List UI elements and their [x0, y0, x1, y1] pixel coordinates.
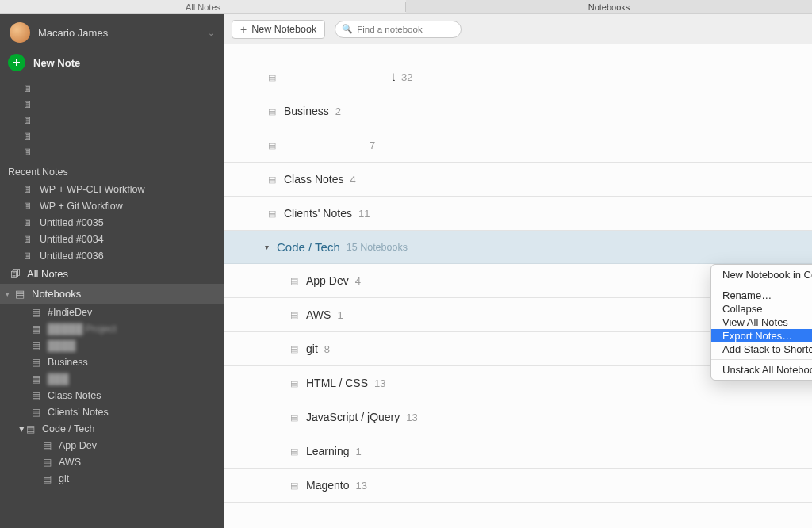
shortcut-item[interactable]: 🗏: [0, 144, 224, 160]
recent-note[interactable]: 🗏WP + WP-CLI Workflow: [0, 181, 224, 197]
plus-icon: +: [240, 23, 247, 36]
search-icon: 🔍: [342, 24, 353, 34]
ctx-view-all-notes[interactable]: View All Notes: [711, 316, 812, 329]
top-tabs: All Notes Notebooks: [0, 0, 812, 14]
separator: [711, 285, 812, 285]
note-icon: 🗏: [22, 147, 33, 158]
tab-notebooks[interactable]: Notebooks: [406, 0, 812, 13]
shortcut-item[interactable]: 🗏: [0, 113, 224, 128]
new-notebook-button[interactable]: + New Notebook: [232, 20, 325, 39]
sidebar: Macario James ⌄ + New Note 🗏 🗏 🗏 🗏 🗏 Rec…: [0, 14, 224, 528]
sidebar-notebook[interactable]: ▤███: [0, 370, 224, 387]
notebook-icon: ▤: [30, 373, 41, 385]
notebook-icon: ▤: [290, 378, 298, 388]
note-icon: 🗏: [22, 234, 33, 245]
stack-row-codetech[interactable]: ▾ Code / Tech 15 Notebooks: [224, 231, 812, 264]
notebook-icon: ▤: [290, 276, 298, 286]
ctx-unstack-all[interactable]: Unstack All Notebooks…: [711, 363, 812, 377]
nav-all-notes[interactable]: 🗐All Notes: [0, 264, 224, 284]
notebooks-panel: + New Notebook 🔍 ▤ t 32 ▤Business2 ▤7 ▤C…: [224, 14, 812, 528]
notebook-icon: ▤: [268, 140, 276, 151]
note-icon: 🗏: [22, 201, 33, 212]
search-box[interactable]: 🔍: [335, 21, 462, 38]
sidebar-notebook[interactable]: ▤git: [0, 470, 224, 487]
shortcut-item[interactable]: 🗏: [0, 128, 224, 144]
notebook-icon: ▤: [30, 357, 41, 368]
notebook-icon: ▤: [41, 440, 52, 451]
sidebar-notebook[interactable]: ▤#IndieDev: [0, 304, 224, 320]
recent-note[interactable]: 🗏Untitled #0036: [0, 247, 224, 264]
sidebar-notebook[interactable]: ▤████: [0, 337, 224, 354]
tab-all-notes[interactable]: All Notes: [0, 0, 406, 13]
note-icon: 🗏: [22, 99, 33, 110]
notebook-icon: ▤: [268, 174, 276, 185]
recent-note[interactable]: 🗏WP + Git Workflow: [0, 197, 224, 214]
notebook-icon: ▤: [290, 412, 298, 423]
context-menu: New Notebook in Code / Tech Rename… Coll…: [710, 264, 812, 381]
sidebar-notebook[interactable]: ▤█████ Project: [0, 320, 224, 337]
notes-icon: 🗐: [8, 268, 22, 280]
account-switcher[interactable]: Macario James ⌄: [0, 14, 224, 49]
notebook-icon: ▤: [41, 457, 52, 468]
notebook-icon: ▤: [41, 473, 52, 484]
sidebar-notebook[interactable]: ▤App Dev: [0, 437, 224, 453]
notebook-icon: ▤: [30, 307, 41, 318]
notebook-icon: ▤: [268, 72, 276, 82]
notebook-icon: ▤: [290, 310, 298, 320]
recent-note[interactable]: 🗏Untitled #0035: [0, 214, 224, 231]
notebook-row[interactable]: ▤7: [224, 128, 812, 163]
note-icon: 🗏: [22, 115, 33, 126]
avatar: [10, 22, 30, 43]
notebook-row[interactable]: [224, 44, 812, 60]
notebook-row[interactable]: ▤Magento13: [224, 469, 812, 503]
notebook-icon: ▤: [25, 423, 36, 434]
notebook-row[interactable]: ▤JavaScript / jQuery13: [224, 400, 812, 434]
account-name: Macario James: [38, 27, 208, 39]
chevron-down-icon: ⌄: [208, 29, 214, 37]
search-input[interactable]: [357, 25, 473, 34]
shortcut-item[interactable]: 🗏: [0, 81, 224, 97]
notebook-row[interactable]: ▤Learning1: [224, 434, 812, 469]
shortcut-item[interactable]: 🗏: [0, 97, 224, 113]
chevron-down-icon: ▾: [19, 423, 25, 434]
notebook-icon: ▤: [13, 288, 27, 300]
sidebar-notebook[interactable]: ▤Clients' Notes: [0, 404, 224, 420]
chevron-down-icon: ▾: [265, 243, 269, 251]
ctx-new-notebook-in-stack[interactable]: New Notebook in Code / Tech: [711, 268, 812, 281]
sidebar-notebook[interactable]: ▤Class Notes: [0, 387, 224, 404]
notebook-icon: ▤: [268, 209, 276, 219]
note-icon: 🗏: [22, 83, 33, 94]
toolbar: + New Notebook 🔍: [224, 14, 812, 44]
recent-notes-header: Recent Notes: [0, 162, 224, 181]
notebook-row[interactable]: ▤Class Notes4: [224, 163, 812, 197]
note-icon: 🗏: [22, 184, 33, 195]
note-icon: 🗏: [22, 251, 33, 262]
recent-note[interactable]: 🗏Untitled #0034: [0, 231, 224, 247]
notebook-icon: ▤: [290, 344, 298, 354]
note-icon: 🗏: [22, 217, 33, 228]
sidebar-notebook[interactable]: ▤AWS: [0, 453, 224, 470]
sidebar-notebook[interactable]: ▤Business: [0, 354, 224, 370]
ctx-rename[interactable]: Rename…: [711, 289, 812, 302]
sidebar-stack-codetech[interactable]: ▾ ▤ Code / Tech: [0, 420, 224, 437]
notebook-row[interactable]: ▤Clients' Notes11: [224, 197, 812, 231]
notebook-icon: ▤: [30, 323, 41, 335]
nav-notebooks[interactable]: ▾ ▤ Notebooks: [0, 284, 224, 304]
notebook-row[interactable]: ▤Business2: [224, 94, 812, 128]
new-note-button[interactable]: + New Note: [0, 49, 224, 79]
notebook-icon: ▤: [290, 446, 298, 457]
notebook-icon: ▤: [30, 340, 41, 351]
notebook-icon: ▤: [30, 407, 41, 418]
separator: [711, 359, 812, 360]
chevron-down-icon: ▾: [3, 290, 11, 298]
note-icon: 🗏: [22, 131, 33, 142]
ctx-export-notes[interactable]: Export Notes…: [711, 329, 812, 342]
notebook-icon: ▤: [290, 480, 298, 491]
ctx-add-stack-shortcut[interactable]: Add Stack to Shortcuts: [711, 342, 812, 356]
notebook-icon: ▤: [268, 106, 276, 117]
notebook-icon: ▤: [30, 390, 41, 401]
plus-icon: +: [8, 54, 25, 71]
ctx-collapse[interactable]: Collapse: [711, 302, 812, 316]
notebook-row[interactable]: ▤ t 32: [224, 60, 812, 94]
